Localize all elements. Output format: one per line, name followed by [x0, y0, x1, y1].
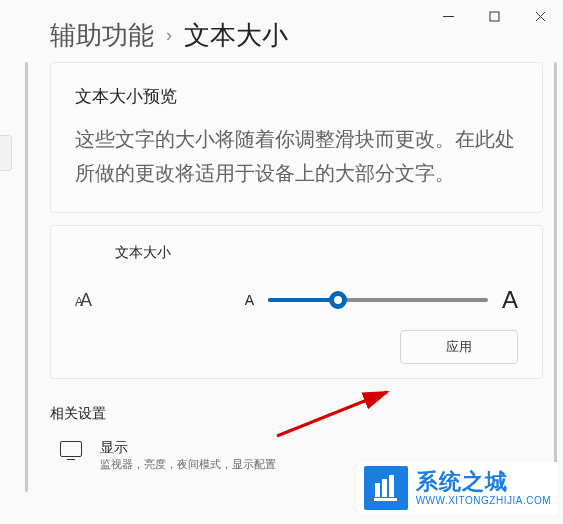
close-button[interactable]	[517, 0, 563, 32]
left-scrollbar[interactable]	[25, 62, 28, 492]
left-panel-peek	[0, 135, 12, 171]
preview-card: 文本大小预览 这些文字的大小将随着你调整滑块而更改。在此处所做的更改将适用于设备…	[50, 62, 543, 213]
scale-large-marker: A	[502, 286, 518, 314]
svg-rect-1	[490, 12, 499, 21]
related-item-title: 显示	[100, 439, 276, 457]
watermark-url: WWW.XITONGZHIJIA.COM	[416, 495, 551, 506]
breadcrumb-parent[interactable]: 辅助功能	[50, 18, 154, 53]
right-scrollbar[interactable]	[554, 62, 557, 492]
slider-label: 文本大小	[115, 244, 518, 262]
svg-rect-5	[375, 483, 380, 497]
svg-rect-6	[382, 479, 387, 497]
maximize-button[interactable]	[471, 0, 517, 32]
text-size-icon: AA	[75, 290, 115, 311]
chevron-right-icon: ›	[166, 25, 172, 46]
related-item-subtitle: 监视器，亮度，夜间模式，显示配置	[100, 457, 276, 472]
scale-small-marker: A	[245, 292, 254, 308]
svg-rect-7	[389, 475, 394, 497]
text-size-slider[interactable]	[268, 298, 488, 302]
preview-body: 这些文字的大小将随着你调整滑块而更改。在此处所做的更改将适用于设备上的大部分文字…	[75, 122, 518, 190]
text-size-card: 文本大小 AA A A 应用	[50, 225, 543, 379]
watermark-logo-icon	[364, 466, 408, 510]
minimize-button[interactable]	[425, 0, 471, 32]
related-section-title: 相关设置	[50, 405, 543, 423]
apply-button[interactable]: 应用	[400, 330, 518, 364]
breadcrumb-current: 文本大小	[184, 18, 288, 53]
watermark-brand: 系统之城	[416, 470, 551, 494]
watermark: 系统之城 WWW.XITONGZHIJIA.COM	[358, 462, 557, 514]
content-area: 文本大小预览 这些文字的大小将随着你调整滑块而更改。在此处所做的更改将适用于设备…	[50, 62, 543, 524]
preview-title: 文本大小预览	[75, 85, 518, 108]
monitor-icon	[60, 441, 82, 457]
slider-thumb[interactable]	[329, 291, 347, 309]
